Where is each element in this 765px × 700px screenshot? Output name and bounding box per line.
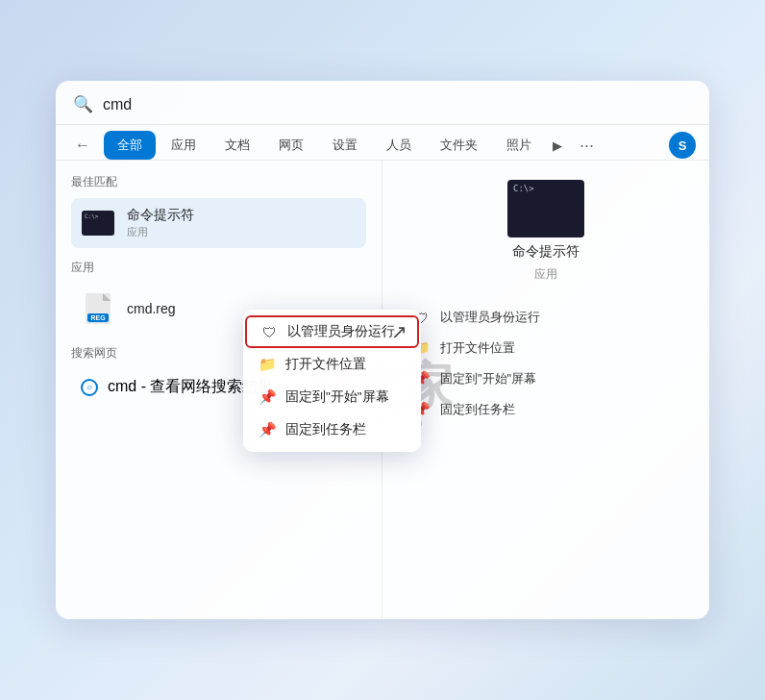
action-pin-taskbar[interactable]: 📌 固定到任务栏 [402,394,690,425]
cmd-app-icon [81,206,115,240]
tab-all[interactable]: 全部 [104,131,156,160]
best-match-name: 命令提示符 [127,207,357,224]
context-pin-start-icon: 📌 [259,388,276,406]
context-menu: 🛡 以管理员身份运行 ↗ 📁 打开文件位置 📌 固定到"开始"屏幕 📌 固定到任… [243,310,421,452]
content-area: 最佳匹配 命令提示符 应用 应用 REG [56,161,709,619]
action-run-admin[interactable]: 🛡 以管理员身份运行 [402,302,690,333]
search-panel: 🔍 ← 全部 应用 文档 网页 设置 人员 文件夹 照片 ▶ ··· S 最佳匹… [56,81,709,619]
action-run-admin-label: 以管理员身份运行 [440,309,540,326]
context-menu-item-pin-start[interactable]: 📌 固定到"开始"屏幕 [243,381,421,413]
search-input[interactable] [103,96,692,113]
app-preview-name: 命令提示符 [512,243,580,261]
app-preview-icon [507,180,584,238]
nav-play-button[interactable]: ▶ [547,135,568,157]
right-panel: IT之家 www.ithome.com 命令提示符 应用 🛡 以管理员身份运行 … [382,161,709,619]
context-menu-item-run-admin[interactable]: 🛡 以管理员身份运行 ↗ [245,315,419,348]
app-preview: 命令提示符 应用 [507,180,584,283]
nav-avatar[interactable]: S [669,132,696,159]
search-bar: 🔍 [56,81,709,125]
nav-more-button[interactable]: ··· [574,132,600,160]
search-icon: 🔍 [73,94,93,114]
nav-back-button[interactable]: ← [69,133,96,158]
action-pin-taskbar-label: 固定到任务栏 [440,401,515,418]
context-pin-start-label: 固定到"开始"屏幕 [285,388,389,406]
search-web-icon: ○ [81,379,98,396]
action-list: 🛡 以管理员身份运行 📁 打开文件位置 📌 固定到"开始"屏幕 📌 固定到任务栏 [402,302,690,425]
reg-file-icon: REG [81,291,115,326]
nav-tabs: ← 全部 应用 文档 网页 设置 人员 文件夹 照片 ▶ ··· S [56,125,709,161]
tab-photos[interactable]: 照片 [493,131,545,160]
tab-web[interactable]: 网页 [265,131,317,160]
best-match-text: 命令提示符 应用 [127,207,357,239]
action-open-location[interactable]: 📁 打开文件位置 [402,333,690,363]
tab-docs[interactable]: 文档 [211,131,263,160]
context-pin-taskbar-icon: 📌 [259,421,276,438]
apps-title: 应用 [71,260,366,276]
context-menu-item-open-location[interactable]: 📁 打开文件位置 [243,348,421,381]
app-preview-sub: 应用 [534,266,557,283]
action-pin-start[interactable]: 📌 固定到"开始"屏幕 [402,363,690,394]
tab-settings[interactable]: 设置 [319,131,371,160]
tab-folders[interactable]: 文件夹 [427,131,491,160]
tab-people[interactable]: 人员 [373,131,425,160]
context-folder-icon: 📁 [259,356,276,373]
context-pin-taskbar-label: 固定到任务栏 [285,421,366,438]
context-open-location-label: 打开文件位置 [285,356,366,373]
best-match-item[interactable]: 命令提示符 应用 [71,198,366,248]
best-match-sub: 应用 [127,225,357,239]
context-run-admin-label: 以管理员身份运行 [287,323,395,340]
action-open-location-label: 打开文件位置 [440,339,515,357]
action-pin-start-label: 固定到"开始"屏幕 [440,370,536,388]
context-shield-icon: 🛡 [260,324,278,340]
context-menu-item-pin-taskbar[interactable]: 📌 固定到任务栏 [243,413,421,446]
tab-apps[interactable]: 应用 [158,131,210,160]
best-match-title: 最佳匹配 [71,174,366,190]
